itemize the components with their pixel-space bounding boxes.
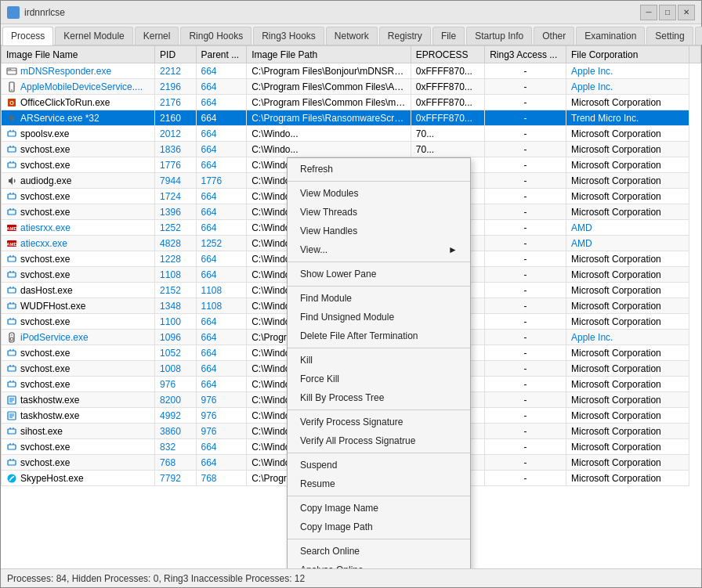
pid-cell: 1096	[155, 330, 196, 345]
context-menu-item[interactable]: Copy Image Name	[288, 499, 470, 518]
process-name-cell: svchost.exe	[2, 439, 155, 455]
context-menu-item[interactable]: Kill	[288, 351, 470, 370]
tab-setting[interactable]: Setting	[646, 27, 693, 45]
tab-ring0-hooks[interactable]: Ring0 Hooks	[180, 27, 251, 45]
context-menu-item[interactable]: Show Lower Pane	[288, 265, 470, 283]
corporation-cell: Microsoft Corporation	[566, 455, 689, 471]
tab-startup-info[interactable]: Startup Info	[466, 27, 532, 45]
context-menu-item[interactable]: Refresh	[288, 160, 470, 179]
parent-pid-cell: 664	[196, 314, 247, 330]
context-menu-item[interactable]: Resume	[288, 474, 470, 493]
process-name-cell: AMDatiecxx.exe	[2, 236, 155, 251]
maximize-button[interactable]: □	[659, 5, 676, 20]
pid-cell: 8200	[155, 392, 196, 408]
svc-icon	[6, 128, 17, 139]
svg-point-5	[11, 89, 13, 91]
close-button[interactable]: ✕	[678, 5, 695, 20]
table-row[interactable]: OOfficeClickToRun.exe2176664C:\Program F…	[2, 95, 701, 110]
ring3-cell: -	[485, 345, 566, 361]
parent-pid-cell: 1108	[196, 298, 247, 314]
context-menu-item[interactable]: Search Online	[288, 542, 470, 561]
tab-registry[interactable]: Registry	[379, 27, 431, 45]
process-name-cell: svchost.exe	[2, 455, 155, 471]
parent-pid-cell: 768	[196, 471, 247, 486]
tab-process[interactable]: Process	[2, 27, 53, 45]
svg-rect-35	[8, 288, 16, 293]
corporation-cell: Microsoft Corporation	[566, 267, 689, 283]
eprocess-cell: 0xFFFF870...	[411, 63, 484, 79]
process-name-cell: svchost.exe	[2, 267, 155, 283]
context-menu-item[interactable]: View Modules	[288, 184, 470, 203]
pid-cell: 1348	[155, 298, 196, 314]
pid-cell: 1776	[155, 157, 196, 173]
corporation-cell: Microsoft Corporation	[566, 95, 689, 110]
svg-point-46	[11, 334, 13, 336]
col-eprocess[interactable]: EPROCESS	[411, 46, 484, 63]
tab-network[interactable]: Network	[326, 27, 378, 45]
tab-file[interactable]: File	[432, 27, 465, 45]
corporation-cell: Microsoft Corporation	[566, 345, 689, 361]
context-menu-item[interactable]: Verify All Process Signatrue	[288, 431, 470, 450]
context-menu-item[interactable]: Copy Image Path	[288, 518, 470, 536]
context-menu-separator	[288, 262, 470, 262]
pid-cell: 768	[155, 455, 196, 471]
pid-cell: 7792	[155, 471, 196, 486]
office-icon: O	[6, 97, 17, 108]
col-parent[interactable]: Parent ...	[196, 46, 247, 63]
context-menu-item[interactable]: Find Unsigned Module	[288, 308, 470, 326]
context-menu-item[interactable]: Find Module	[288, 289, 470, 308]
ring3-cell: -	[485, 220, 566, 236]
svg-text:AMD: AMD	[6, 225, 17, 230]
parent-pid-cell: 664	[196, 157, 247, 173]
col-pid[interactable]: PID	[155, 46, 196, 63]
process-name-cell: dasHost.exe	[2, 283, 155, 298]
tab-examination[interactable]: Examination	[576, 27, 645, 45]
corporation-cell: Apple Inc.	[566, 330, 689, 345]
tab-about[interactable]: About	[695, 27, 702, 45]
corporation-cell: Microsoft Corporation	[566, 173, 689, 189]
corporation-cell: Apple Inc.	[566, 63, 689, 79]
svc-icon	[6, 191, 17, 202]
amd-icon: AMD	[6, 222, 17, 233]
col-file-corporation[interactable]: File Corporation	[566, 46, 689, 63]
col-image-file-path[interactable]: Image File Path	[247, 46, 411, 63]
tab-kernel[interactable]: Kernel	[135, 27, 179, 45]
col-image-file-name[interactable]: Image File Name	[2, 46, 155, 63]
tab-ring3-hooks[interactable]: Ring3 Hooks	[253, 27, 324, 45]
context-menu-item[interactable]: Analyse Online	[288, 561, 470, 568]
table-row[interactable]: svchost.exe1836664C:\Windo...70...-Micro…	[2, 142, 701, 157]
table-row[interactable]: spoolsv.exe2012664C:\Windo...70...-Micro…	[2, 126, 701, 142]
table-row[interactable]: ARService.exe *322160664C:\Program Files…	[2, 110, 701, 126]
context-menu-item[interactable]: Verify Process Signature	[288, 413, 470, 431]
context-menu-item[interactable]: Suspend	[288, 456, 470, 474]
context-menu-item[interactable]: View Handles	[288, 222, 470, 240]
pid-cell: 4992	[155, 408, 196, 424]
parent-pid-cell: 664	[196, 361, 247, 377]
minimize-button[interactable]: ─	[640, 5, 657, 20]
svc-icon	[6, 207, 17, 218]
eprocess-cell: 0xFFFF870...	[411, 79, 484, 95]
table-row[interactable]: AppleMobileDeviceService....2196664C:\Pr…	[2, 79, 701, 95]
parent-pid-cell: 976	[196, 424, 247, 439]
context-menu-item[interactable]: Delete File After Termination	[288, 326, 470, 345]
pid-cell: 1836	[155, 142, 196, 157]
context-menu-item[interactable]: View Threads	[288, 203, 470, 222]
tab-kernel-module[interactable]: Kernel Module	[55, 27, 132, 45]
context-menu-item[interactable]: Force Kill	[288, 370, 470, 388]
context-menu-item[interactable]: View...►	[288, 240, 470, 259]
context-menu-item[interactable]: Kill By Process Tree	[288, 388, 470, 407]
ring3-cell: -	[485, 110, 566, 126]
tab-other[interactable]: Other	[534, 27, 574, 45]
col-ring3-access[interactable]: Ring3 Access ...	[485, 46, 566, 63]
svg-rect-32	[8, 272, 16, 277]
process-name-cell: svchost.exe	[2, 204, 155, 220]
table-row[interactable]: mDNSResponder.exe2212664C:\Program Files…	[2, 63, 701, 79]
svg-rect-19	[8, 194, 16, 199]
ring3-cell: -	[485, 439, 566, 455]
ring3-cell: -	[485, 63, 566, 79]
skype-icon	[6, 473, 17, 484]
process-name-cell: WUDFHost.exe	[2, 298, 155, 314]
svg-point-9	[11, 117, 13, 118]
corporation-cell: AMD	[566, 220, 689, 236]
pid-cell: 4828	[155, 236, 196, 251]
